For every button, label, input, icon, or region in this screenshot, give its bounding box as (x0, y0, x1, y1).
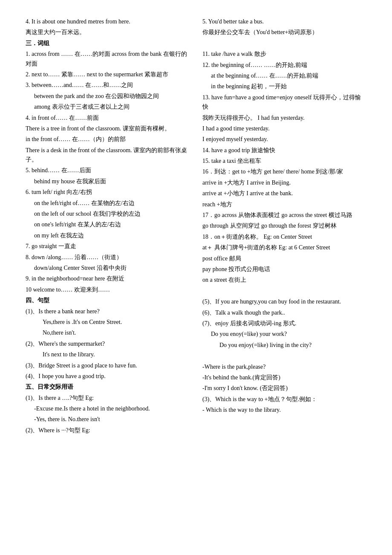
right-spacer-2 (202, 286, 366, 296)
left-item-9: 7. go straight 一直走 (26, 242, 190, 251)
right-item-2: 11. take /have a walk 散步 (202, 49, 366, 59)
right-spacer-3 (202, 351, 366, 361)
left-item-5c: among 表示位于三者或三者以上之间 (26, 102, 190, 112)
left-item-11: 9. in the neighborhood=near here 在附近 (26, 274, 190, 283)
right-item-3b: at the beginning of…… 在……的开始,前端 (202, 71, 366, 81)
pattern-3: (3)、Bridge Street is a good place to hav… (26, 361, 190, 370)
pattern-1a: Yes,there is .It's on Centre Street. (26, 318, 190, 327)
daily-1a: -Excuse me.Is there a hotel in the neigh… (26, 404, 190, 413)
left-item-12: 10 welcome to…… 欢迎来到…… (26, 285, 190, 295)
right-item-6: 15. take a taxi 坐出租车 (202, 156, 366, 166)
right-item-8: 17．go across 从物体表面横过 go across the stree… (202, 211, 366, 220)
right-pattern-7b: Do you enjoy(=like) living in the city? (202, 341, 366, 350)
right-column: 5. You'd better take a bus. 你最好坐公交车去（You… (202, 17, 366, 436)
right-item-1: 5. You'd better take a bus. (202, 17, 366, 26)
right-item-9e: on a street 在街上 (202, 275, 366, 285)
left-item-6d: There is a desk in the front of the clas… (26, 146, 190, 165)
right-daily-5: - Which is the way to the library. (202, 405, 366, 415)
right-daily-4: (3)、Which is the way to +地点？句型.例如： (202, 395, 366, 404)
left-item-1: 4. It is about one hundred metres from h… (26, 17, 190, 26)
right-item-4: 13. have fun=have a good time=enjoy ones… (202, 93, 366, 112)
daily-1: (1)、Is there a ….?句型 Eg: (26, 393, 190, 403)
left-item-8d: on one's left/right 在某人的左/右边 (26, 220, 190, 229)
left-item-10b: down/along Center Street 沿着中央街 (26, 263, 190, 273)
right-item-9: 18．on＋街道的名称。 Eg: on Center Street (202, 232, 366, 242)
pattern-2a: It's next to the library. (26, 350, 190, 359)
daily-2: (2)、Where is ···?句型 Eg: (26, 426, 190, 435)
right-daily-2: -It's behind the bank.(肯定回答) (202, 373, 366, 382)
section-daily: 五、日常交际用语 (26, 382, 190, 392)
section-patterns: 四、句型 (26, 296, 190, 305)
section-vocab: 三．词组 (26, 39, 190, 48)
right-item-8b: go through 从空间穿过 go through the forest 穿… (202, 221, 366, 231)
right-daily-3: -I'm sorry I don't know. (否定回答) (202, 384, 366, 393)
pattern-4: (4)、I hope you have a good trip. (26, 372, 190, 381)
right-daily-1: -Where is the park,please? (202, 362, 366, 372)
left-item-8b: on the left/right of…… 在某物的左/右边 (26, 199, 190, 208)
right-pattern-7a: Do you enoy(=like) your work? (202, 330, 366, 339)
two-column-layout: 4. It is about one hundred metres from h… (26, 17, 366, 436)
right-item-5: 14. have a good trip 旅途愉快 (202, 146, 366, 155)
right-item-3c: in the beginning 起初，一开始 (202, 82, 366, 91)
left-item-7: 5. behind…… 在……后面 (26, 166, 190, 175)
left-item-3: 1. across from …… 在……的对面 across from the… (26, 49, 190, 69)
daily-1b: -Yes, there is. No.there isn't (26, 415, 190, 424)
left-item-5: 3. between……and…… 在……和……之间 (26, 81, 190, 90)
left-item-6: 4. in front of…… 在……前面 (26, 113, 190, 123)
page: 4. It is about one hundred metres from h… (26, 17, 366, 436)
left-item-8e: on my left 在我左边 (26, 231, 190, 240)
pattern-1: (1)、Is there a bank near here? (26, 307, 190, 316)
right-item-7: 16．到达：get to +地方 get here/ there/ home 到… (202, 167, 366, 176)
right-spacer-1 (202, 39, 366, 48)
right-item-4b: 我昨天玩得很开心。 I had fun yesterday. (202, 113, 366, 123)
right-item-3: 12. the beginning of…… ……的开始,前端 (202, 61, 366, 70)
right-item-9b: at＋ 具体门牌号+街道的名称 Eg: at 6 Center Street (202, 243, 366, 252)
left-item-5b: between the park and the zoo 在公园和动物园之间 (26, 92, 190, 101)
right-item-9c: post office 邮局 (202, 254, 366, 263)
left-item-6c: in the front of…… 在……（内）的前部 (26, 135, 190, 144)
left-item-4: 2. next to…… 紧靠…… next to the supermarke… (26, 70, 190, 79)
left-item-6b: There is a tree in front of the classroo… (26, 124, 190, 133)
left-item-8c: on the left of our school 在我们学校的左边 (26, 209, 190, 219)
left-item-10: 8. down /along…… 沿着……（街道） (26, 253, 190, 262)
right-pattern-7: (7)、enjoy 后接名词或动词-ing 形式. (202, 319, 366, 328)
right-item-7b: arrive in +大地方 I arrive in Beijing. (202, 178, 366, 188)
right-item-9d: pay phone 投币式公用电话 (202, 265, 366, 274)
right-pattern-5: (5)、If you are hungry,you can buy food i… (202, 297, 366, 306)
right-item-4c: I had a good time yesterday. (202, 124, 366, 133)
left-item-8: 6. turn left/ right 向左/右拐 (26, 188, 190, 197)
pattern-1b: No,there isn't. (26, 328, 190, 338)
right-item-7d: reach +地方 (202, 200, 366, 209)
left-column: 4. It is about one hundred metres from h… (26, 17, 190, 436)
left-item-2: 离这里大约一百米远。 (26, 28, 190, 37)
right-item-1b: 你最好坐公交车去（You'd better+动词原形） (202, 28, 366, 37)
right-pattern-6: (6)、Talk a walk though the park.. (202, 308, 366, 318)
right-item-7c: arrive at +小地方 I arrive at the bank. (202, 189, 366, 198)
left-item-7b: behind my house 在我家后面 (26, 177, 190, 186)
right-item-4d: I enjoyed myself yesterday. (202, 135, 366, 144)
pattern-2: (2)、Where's the sumpermarket? (26, 339, 190, 349)
